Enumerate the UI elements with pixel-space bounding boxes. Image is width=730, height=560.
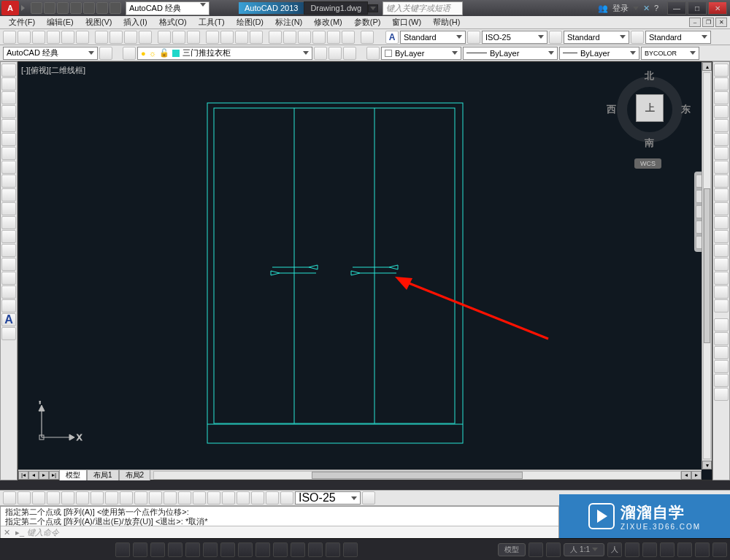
quickview-layouts-button[interactable] [529,542,543,557]
mirror-icon[interactable] [714,91,729,104]
dim-jogged-icon[interactable] [76,491,89,505]
publish-icon[interactable] [76,31,89,44]
dim-tedit-icon[interactable] [266,491,279,505]
qat-new-icon[interactable] [31,2,42,14]
copy-icon[interactable] [110,31,123,44]
am-mode-button[interactable] [343,542,358,557]
textstyle-combo[interactable]: Standard [400,31,466,44]
mdi-minimize-button[interactable]: – [689,18,701,27]
ortho-mode-button[interactable] [150,542,165,557]
tab-last-button[interactable]: ▸| [49,471,59,480]
dimstyle-manager-icon[interactable] [362,491,375,505]
polygon-icon[interactable] [1,105,16,118]
dim-baseline-icon[interactable] [134,491,147,505]
app-menu-button[interactable]: A [1,1,19,15]
layer-state-icon[interactable] [314,47,327,60]
erase-icon[interactable] [714,64,729,77]
scroll-right-button[interactable]: ▸ [691,471,702,480]
chamfer-icon[interactable] [714,258,729,271]
make-block-icon[interactable] [1,230,16,243]
menu-help[interactable]: 帮助(H) [429,16,464,28]
command-history[interactable]: 指定第二个点或 [阵列(A)] <使用第一个点作为位移>: 指定第二个点或 [阵… [1,507,558,526]
infocenter-search[interactable]: 键入关键字或短语 [383,1,463,15]
drawing-title[interactable]: Drawing1.dwg [304,1,368,15]
viewcube-top-face[interactable]: 上 [636,94,664,122]
scroll-down-button[interactable]: ▾ [702,461,712,469]
hardware-accel-button[interactable] [677,542,692,557]
dim-angular-icon[interactable] [105,491,118,505]
viewcube-south[interactable]: 南 [645,137,654,150]
draworder-icon[interactable] [714,318,729,331]
command-window[interactable]: 指定第二个点或 [阵列(A)] <使用第一个点作为位移>: 指定第二个点或 [阵… [0,506,559,538]
blend-icon[interactable] [714,285,729,299]
annotation-scale-button[interactable]: 人 1:1 [564,543,604,556]
dim-linear-icon[interactable] [3,491,16,505]
menu-edit[interactable]: 编辑(E) [42,16,78,28]
chevron-down-icon[interactable] [633,7,639,10]
toolpalettes-icon[interactable] [298,31,311,44]
region-icon[interactable] [1,285,16,299]
command-grip-icon[interactable]: ✕ [4,528,12,537]
fillet-icon[interactable] [714,272,729,285]
viewcube-wcs-button[interactable]: WCS [634,158,661,169]
mleaderstyle-combo[interactable]: Standard [645,31,711,44]
arc-icon[interactable] [1,133,16,146]
extend-icon[interactable] [714,202,729,215]
layout2-tab[interactable]: 布局2 [119,469,151,480]
spline-icon[interactable] [1,174,16,188]
scroll-up-button[interactable]: ▴ [702,62,712,71]
rectangle-icon[interactable] [1,119,16,132]
dim-quick-icon[interactable] [120,491,133,505]
hatch-icon[interactable] [1,258,16,271]
clean-screen-button[interactable] [712,542,727,557]
tab-prev-button[interactable]: ◂ [28,471,39,480]
hscroll-track[interactable] [153,471,681,480]
draworder6-icon[interactable] [714,388,729,401]
workspace-switch-button[interactable] [642,542,657,557]
viewcube-east[interactable]: 东 [681,103,691,116]
menu-window[interactable]: 窗口(W) [388,16,426,28]
menu-draw[interactable]: 绘图(D) [232,16,268,28]
menu-file[interactable]: 文件(F) [4,16,39,28]
save-icon[interactable] [32,31,45,44]
join-icon[interactable] [714,244,729,257]
help-icon[interactable] [361,31,374,44]
new-icon[interactable] [3,31,16,44]
qat-save-icon[interactable] [57,2,69,14]
ducs-mode-button[interactable] [238,542,253,557]
osnap-mode-button[interactable] [185,542,200,557]
draworder2-icon[interactable] [714,332,729,345]
pline-icon[interactable] [1,91,16,104]
matchprop-icon[interactable] [139,31,152,44]
draworder5-icon[interactable] [714,374,729,387]
zoom-previous-icon[interactable] [250,31,263,44]
open-icon[interactable] [18,31,31,44]
quickcalc-icon[interactable] [342,31,355,44]
designcenter-icon[interactable] [283,31,296,44]
offset-icon[interactable] [714,105,729,118]
dim-jogline-icon[interactable] [237,491,250,505]
draworder3-icon[interactable] [714,346,729,359]
model-space-button[interactable]: 模型 [498,543,526,556]
qat-plot-icon[interactable] [83,2,95,14]
xline-icon[interactable] [1,77,16,91]
dimstyle-combo[interactable]: ISO-25 [482,31,548,44]
polar-mode-button[interactable] [168,542,182,557]
workspace-settings-icon[interactable] [99,47,112,60]
dim-diameter-icon[interactable] [91,491,104,505]
ellipse-icon[interactable] [1,188,16,202]
plotstyle-combo[interactable]: BYCOLOR [641,47,699,60]
dim-aligned-icon[interactable] [18,491,31,505]
dim-inspect-icon[interactable] [222,491,235,505]
lineweight-combo[interactable]: ByLayer [559,47,639,60]
explode-icon[interactable] [714,299,729,312]
dimstyle-icon[interactable] [467,31,480,44]
preview-icon[interactable] [61,31,74,44]
close-button[interactable]: ✕ [708,1,727,15]
qat-undo-icon[interactable] [96,2,108,14]
center-mark-icon[interactable] [207,491,220,505]
dim-radius-icon[interactable] [61,491,74,505]
undo-icon[interactable] [172,31,185,44]
dim-ordinate-icon[interactable] [47,491,60,505]
annoscale-toggle[interactable]: 人 [607,542,622,557]
